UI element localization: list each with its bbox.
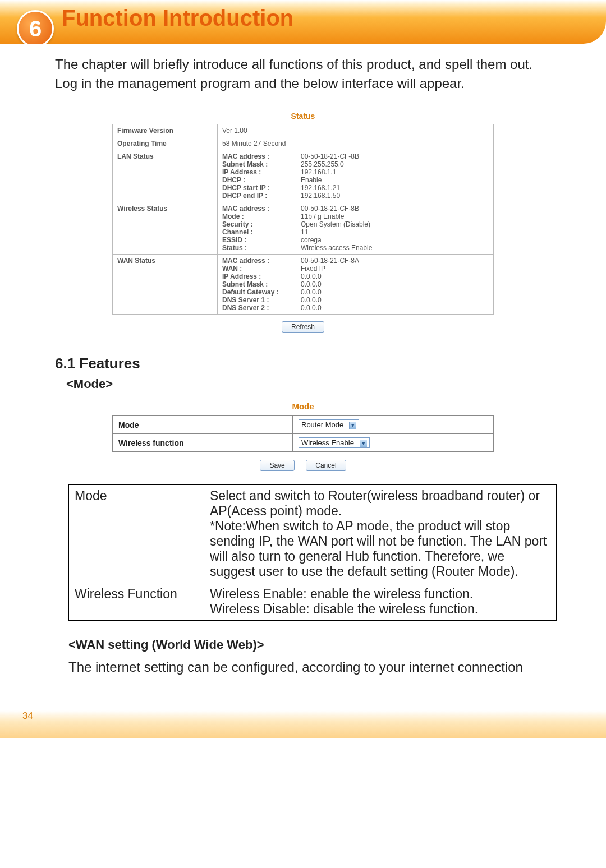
kv-key: DNS Server 1 : (222, 296, 301, 304)
wireless-status-values: MAC address :00-50-18-21-CF-8BMode :11b … (218, 202, 494, 255)
kv-value: 11 (301, 228, 489, 236)
mode-explanation-table: Mode Select and switch to Router(wireles… (68, 484, 557, 621)
kv-row: WAN :Fixed IP (222, 265, 489, 273)
kv-row: DNS Server 2 :0.0.0.0 (222, 304, 489, 312)
kv-key: Subnet Mask : (222, 160, 301, 168)
kv-key: Channel : (222, 228, 301, 236)
kv-value: 00-50-18-21-CF-8B (301, 153, 489, 160)
kv-key: DHCP start IP : (222, 184, 301, 192)
kv-key: DHCP end IP : (222, 192, 301, 200)
kv-key: Subnet Mask : (222, 280, 301, 288)
kv-key: IP Address : (222, 168, 301, 176)
mode-title: Mode (112, 397, 494, 415)
optime-label: Operating Time (113, 137, 218, 150)
lan-status-values: MAC address :00-50-18-21-CF-8BSubnet Mas… (218, 150, 494, 202)
chevron-down-icon: ▾ (360, 440, 367, 447)
kv-row: Subnet Mask :0.0.0.0 (222, 280, 489, 288)
wan-setting-heading: <WAN setting (World Wide Web)> (68, 638, 551, 652)
wireless-function-label: Wireless function (113, 434, 293, 452)
kv-row: IP Address :0.0.0.0 (222, 273, 489, 280)
kv-row: MAC address :00-50-18-21-CF-8B (222, 153, 489, 160)
kv-value: Enable (301, 176, 489, 184)
kv-value: 0.0.0.0 (301, 280, 489, 288)
page-number: 34 (22, 710, 33, 722)
kv-value: 11b / g Enable (301, 213, 489, 220)
kv-key: IP Address : (222, 273, 301, 280)
kv-row: Channel :11 (222, 228, 489, 236)
kv-value: 0.0.0.0 (301, 288, 489, 296)
kv-value: 192.168.1.1 (301, 168, 489, 176)
kv-value: Open System (Disable) (301, 220, 489, 228)
kv-key: DNS Server 2 : (222, 304, 301, 312)
kv-row: MAC address :00-50-18-21-CF-8B (222, 205, 489, 213)
kv-value: Fixed IP (301, 265, 489, 273)
save-button[interactable]: Save (260, 460, 294, 471)
kv-row: DNS Server 1 :0.0.0.0 (222, 296, 489, 304)
kv-row: IP Address :192.168.1.1 (222, 168, 489, 176)
kv-row: DHCP :Enable (222, 176, 489, 184)
page-footer: 34 (0, 710, 606, 738)
kv-key: Status : (222, 244, 301, 252)
mode-heading: <Mode> (66, 377, 551, 391)
kv-key: DHCP : (222, 176, 301, 184)
expl-mode-label: Mode (69, 485, 204, 583)
kv-key: Default Gateway : (222, 288, 301, 296)
expl-wireless-label: Wireless Function (69, 583, 204, 621)
chevron-down-icon: ▾ (349, 422, 356, 429)
kv-row: Default Gateway :0.0.0.0 (222, 288, 489, 296)
wan-setting-body: The internet setting can be configured, … (68, 658, 551, 677)
intro-paragraph: The chapter will briefly introduce all f… (55, 55, 551, 93)
mode-select-value: Router Mode (301, 421, 343, 429)
firmware-value: Ver 1.00 (218, 124, 494, 137)
kv-key: MAC address : (222, 257, 301, 265)
mode-row-label: Mode (113, 416, 293, 434)
kv-row: Mode :11b / g Enable (222, 213, 489, 220)
firmware-label: Firmware Version (113, 124, 218, 137)
wan-status-label: WAN Status (113, 255, 218, 315)
kv-value: 255.255.255.0 (301, 160, 489, 168)
kv-value: 00-50-18-21-CF-8B (301, 205, 489, 213)
kv-row: Status :Wireless access Enable (222, 244, 489, 252)
lan-status-label: LAN Status (113, 150, 218, 202)
kv-row: DHCP end IP :192.168.1.50 (222, 192, 489, 200)
kv-value: 0.0.0.0 (301, 304, 489, 312)
chapter-number-badge: 6 (17, 10, 54, 44)
kv-key: WAN : (222, 265, 301, 273)
mode-select[interactable]: Router Mode ▾ (299, 419, 359, 430)
kv-value: Wireless access Enable (301, 244, 489, 252)
kv-row: Subnet Mask :255.255.255.0 (222, 160, 489, 168)
kv-value: 00-50-18-21-CF-8A (301, 257, 489, 265)
kv-key: ESSID : (222, 236, 301, 244)
kv-key: MAC address : (222, 205, 301, 213)
status-screenshot: Status Firmware Version Ver 1.00 Operati… (112, 108, 494, 333)
mode-table: Mode Router Mode ▾ Wireless function Wir… (112, 415, 494, 452)
optime-value: 58 Minute 27 Second (218, 137, 494, 150)
wireless-function-value: Wireless Enable (301, 438, 354, 447)
kv-row: DHCP start IP :192.168.1.21 (222, 184, 489, 192)
kv-row: MAC address :00-50-18-21-CF-8A (222, 257, 489, 265)
status-table: Firmware Version Ver 1.00 Operating Time… (112, 124, 494, 315)
kv-value: corega (301, 236, 489, 244)
kv-value: 0.0.0.0 (301, 296, 489, 304)
kv-key: Mode : (222, 213, 301, 220)
kv-value: 0.0.0.0 (301, 273, 489, 280)
chapter-title: Function Introduction (62, 6, 293, 31)
wireless-status-label: Wireless Status (113, 202, 218, 255)
features-heading: 6.1 Features (55, 355, 551, 372)
expl-mode-text: Select and switch to Router(wireless bro… (204, 485, 557, 583)
cancel-button[interactable]: Cancel (306, 460, 346, 471)
refresh-button[interactable]: Refresh (282, 321, 324, 333)
kv-row: ESSID :corega (222, 236, 489, 244)
wireless-function-select[interactable]: Wireless Enable ▾ (299, 437, 370, 448)
kv-key: Security : (222, 220, 301, 228)
wan-status-values: MAC address :00-50-18-21-CF-8AWAN :Fixed… (218, 255, 494, 315)
expl-wireless-text: Wireless Enable: enable the wireless fun… (204, 583, 557, 621)
chapter-header: 6 Function Introduction (0, 0, 606, 44)
kv-value: 192.168.1.50 (301, 192, 489, 200)
kv-row: Security :Open System (Disable) (222, 220, 489, 228)
kv-key: MAC address : (222, 153, 301, 160)
mode-screenshot: Mode Mode Router Mode ▾ Wireless functio… (112, 397, 494, 471)
kv-value: 192.168.1.21 (301, 184, 489, 192)
status-title: Status (112, 108, 494, 124)
